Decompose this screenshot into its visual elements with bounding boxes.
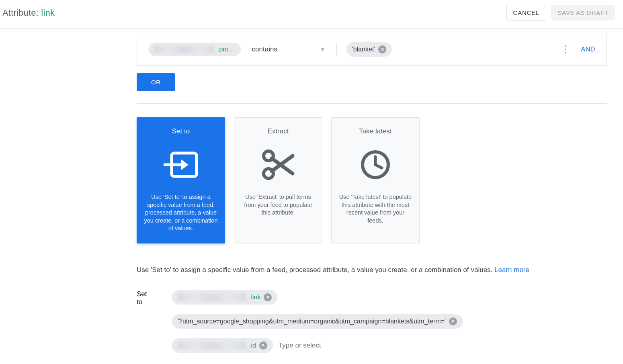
redacted-id-field: [178, 342, 246, 349]
card-extract-title: Extract: [241, 127, 316, 135]
rule-divider: [336, 43, 337, 56]
value-text: 'blanket': [352, 46, 375, 53]
and-operator-button[interactable]: AND: [581, 46, 595, 53]
value-chip[interactable]: 'blanket' ✕: [346, 42, 392, 57]
clock-icon: [338, 147, 413, 183]
scissors-icon: [241, 147, 316, 183]
id-suffix: .id: [249, 342, 256, 349]
card-take-latest[interactable]: Take latest Use 'Take latest' to populat…: [331, 117, 420, 243]
page-header: Attribute: link CANCEL SAVE AS DRAFT: [0, 0, 623, 29]
rule-more-menu-icon[interactable]: [565, 45, 566, 53]
redacted-link-field: [178, 294, 246, 301]
dropdown-caret-icon: ▼: [320, 47, 325, 52]
cancel-button[interactable]: CANCEL: [506, 5, 547, 20]
save-draft-button: SAVE AS DRAFT: [551, 5, 615, 20]
page-title: Attribute: link: [2, 8, 55, 18]
set-to-label: Set to: [137, 290, 153, 306]
section-divider: [137, 103, 607, 104]
link-suffix: .link: [249, 294, 260, 301]
set-to-chip-id[interactable]: .id ✕: [172, 338, 273, 353]
card-set-to-desc: Use 'Set to' to assign a specific value …: [143, 193, 218, 233]
action-cards: Set to Use 'Set to' to assign a specific…: [137, 117, 607, 243]
set-to-section: Set to .link ✕ '?utm_source=google_shopp…: [137, 290, 607, 353]
svg-line-5: [272, 158, 293, 174]
set-to-chip-utm[interactable]: '?utm_source=google_shopping&utm_medium=…: [172, 314, 463, 329]
card-extract[interactable]: Extract Use 'Extract' to pull terms from…: [234, 117, 322, 243]
set-to-icon: [143, 147, 218, 183]
header-actions: CANCEL SAVE AS DRAFT: [506, 5, 615, 20]
field-chip[interactable]: .pro…: [148, 43, 241, 56]
remove-utm-chip-icon[interactable]: ✕: [449, 317, 457, 325]
set-to-chip-link[interactable]: .link ✕: [172, 290, 277, 305]
card-extract-desc: Use 'Extract' to pull terms from your fe…: [241, 193, 316, 217]
title-prefix: Attribute:: [2, 8, 41, 18]
card-set-to-title: Set to: [143, 127, 218, 135]
main-content: .pro… contains ▼ 'blanket' ✕ AND OR Set …: [0, 33, 623, 364]
svg-line-9: [375, 165, 382, 168]
card-take-latest-desc: Use 'Take latest' to populate this attri…: [338, 193, 413, 225]
svg-line-6: [272, 156, 293, 171]
set-to-input[interactable]: [279, 342, 359, 350]
field-suffix: .pro…: [217, 46, 235, 53]
remove-value-icon[interactable]: ✕: [378, 45, 386, 53]
card-take-latest-title: Take latest: [338, 127, 413, 135]
redacted-field: [154, 46, 214, 53]
condition-rule-row: .pro… contains ▼ 'blanket' ✕ AND: [137, 33, 607, 66]
remove-link-chip-icon[interactable]: ✕: [264, 293, 272, 301]
utm-text: '?utm_source=google_shopping&utm_medium=…: [178, 318, 446, 325]
remove-id-chip-icon[interactable]: ✕: [259, 342, 267, 350]
svg-marker-2: [181, 160, 189, 170]
operator-value: contains: [252, 45, 277, 53]
card-set-to[interactable]: Set to Use 'Set to' to assign a specific…: [137, 117, 225, 243]
learn-more-link[interactable]: Learn more: [494, 266, 529, 274]
helper-text: Use 'Set to' to assign a specific value …: [137, 266, 494, 274]
or-button[interactable]: OR: [137, 73, 175, 91]
helper-text-row: Use 'Set to' to assign a specific value …: [137, 266, 607, 274]
operator-dropdown[interactable]: contains ▼: [250, 43, 327, 56]
title-attribute: link: [41, 8, 55, 18]
